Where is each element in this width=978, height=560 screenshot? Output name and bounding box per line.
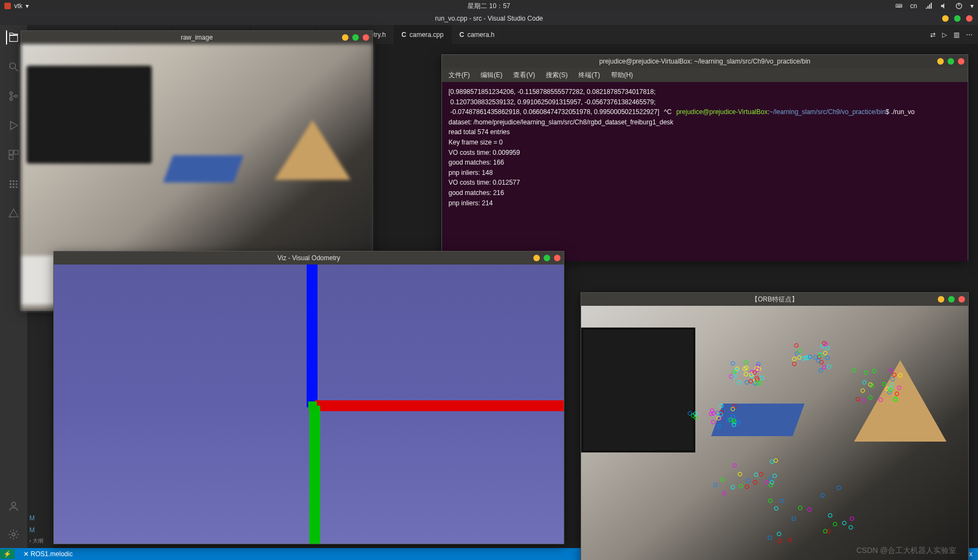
tab[interactable]: Ccamera.cpp bbox=[394, 25, 452, 44]
source-control-icon[interactable] bbox=[7, 89, 21, 103]
file-item[interactable]: M bbox=[29, 525, 50, 535]
svg-point-16 bbox=[10, 186, 12, 188]
outline-header[interactable]: › 大纲 bbox=[29, 537, 50, 545]
power-icon[interactable] bbox=[955, 2, 963, 10]
vscode-titlebar: run_vo.cpp - src - Visual Studio Code bbox=[0, 12, 978, 25]
close-button[interactable] bbox=[966, 15, 973, 22]
close-button[interactable] bbox=[363, 34, 369, 41]
prompt-user: prejudice@prejudice-VirtualBox bbox=[676, 108, 768, 116]
close-button[interactable] bbox=[958, 58, 964, 65]
maximize-button[interactable] bbox=[352, 34, 359, 41]
app-name[interactable]: vtk bbox=[14, 2, 22, 10]
network-icon[interactable] bbox=[925, 2, 932, 10]
menu-view[interactable]: 查看(V) bbox=[513, 71, 535, 80]
svg-point-6 bbox=[15, 95, 17, 98]
menu-edit[interactable]: 编辑(E) bbox=[481, 71, 502, 80]
menu-terminal[interactable]: 终端(T) bbox=[578, 71, 600, 80]
account-icon[interactable] bbox=[7, 499, 21, 513]
svg-point-18 bbox=[16, 186, 18, 188]
svg-point-11 bbox=[13, 180, 15, 183]
terminal-body[interactable]: [0.9898571851234206, -0.1158788555577282… bbox=[442, 82, 968, 261]
axis-x bbox=[315, 400, 564, 411]
gear-icon[interactable] bbox=[7, 527, 21, 542]
ros-icon[interactable] bbox=[7, 177, 21, 191]
axis-z bbox=[307, 265, 317, 407]
terminal-menu: 文件(F) 编辑(E) 查看(V) 搜索(S) 终端(T) 帮助(H) bbox=[442, 68, 968, 82]
close-button[interactable] bbox=[554, 255, 560, 261]
terminal-matrix: [0.9898571851234206, -0.1158788555577282… bbox=[448, 88, 659, 116]
keyboard-indicator[interactable]: ⌨ bbox=[895, 2, 902, 10]
minimize-button[interactable] bbox=[533, 255, 540, 261]
compare-icon[interactable]: ⇄ bbox=[930, 31, 936, 39]
explorer-icon[interactable] bbox=[6, 30, 20, 45]
svg-point-4 bbox=[10, 92, 13, 95]
svg-point-10 bbox=[10, 180, 12, 183]
svg-point-12 bbox=[16, 180, 18, 183]
extensions-icon[interactable] bbox=[7, 148, 21, 162]
app-icon bbox=[4, 3, 11, 9]
svg-rect-7 bbox=[9, 150, 13, 154]
more-icon[interactable]: ⋯ bbox=[966, 31, 973, 39]
menu-file[interactable]: 文件(F) bbox=[448, 71, 470, 80]
minimize-button[interactable] bbox=[937, 58, 944, 65]
svg-point-17 bbox=[13, 186, 15, 188]
ubuntu-topbar: vtk ▾ 星期二 10：57 ⌨ cn ▾ bbox=[0, 0, 978, 12]
watermark: CSDN @合工大机器人实验室 bbox=[856, 546, 956, 556]
svg-point-5 bbox=[10, 98, 13, 100]
split-icon[interactable]: ▥ bbox=[954, 31, 960, 39]
orb-canvas bbox=[581, 306, 968, 560]
svg-rect-8 bbox=[14, 150, 18, 154]
ros-status[interactable]: ✕ ROS1.melodic bbox=[23, 550, 73, 558]
window-title: prejudice@prejudice-VirtualBox: ~/learni… bbox=[599, 58, 811, 65]
orb-window: 【ORB特征点】 bbox=[581, 292, 969, 560]
window-title: 【ORB特征点】 bbox=[751, 295, 798, 304]
minimize-button[interactable] bbox=[942, 15, 949, 22]
svg-point-19 bbox=[11, 502, 15, 506]
maximize-button[interactable] bbox=[954, 15, 961, 22]
maximize-button[interactable] bbox=[948, 58, 954, 65]
maximize-button[interactable] bbox=[544, 255, 550, 261]
svg-point-20 bbox=[12, 533, 15, 536]
viz-window: Viz - Visual Odometry bbox=[53, 251, 564, 544]
terminal-window: prejudice@prejudice-VirtualBox: ~/learni… bbox=[441, 54, 968, 261]
clock[interactable]: 星期二 10：57 bbox=[468, 2, 510, 11]
prompt-path: ~/learning_slam/src/Ch9/vo_practice/bin bbox=[769, 108, 886, 116]
search-icon[interactable] bbox=[7, 60, 21, 74]
svg-point-13 bbox=[10, 183, 12, 185]
origin bbox=[308, 401, 317, 410]
ctrl-c: ^C bbox=[664, 108, 671, 116]
viz-canvas[interactable] bbox=[54, 265, 564, 544]
cmake-icon[interactable] bbox=[7, 206, 21, 221]
file-item[interactable]: M bbox=[29, 513, 50, 523]
tab[interactable]: Ccamera.h bbox=[452, 25, 503, 44]
svg-point-15 bbox=[16, 183, 18, 185]
window-title: Viz - Visual Odometry bbox=[277, 254, 340, 262]
input-lang[interactable]: cn bbox=[910, 2, 917, 10]
menu-search[interactable]: 搜索(S) bbox=[546, 71, 568, 80]
run-icon[interactable]: ▷ bbox=[942, 31, 947, 39]
system-menu-icon[interactable]: ▾ bbox=[970, 2, 974, 10]
close-button[interactable] bbox=[958, 296, 965, 303]
debug-icon[interactable] bbox=[7, 118, 21, 133]
svg-point-14 bbox=[13, 183, 15, 185]
vscode-title-text: run_vo.cpp - src - Visual Studio Code bbox=[435, 15, 543, 22]
axis-y bbox=[309, 406, 320, 544]
menu-help[interactable]: 帮助(H) bbox=[611, 71, 633, 80]
svg-point-2 bbox=[10, 63, 16, 69]
terminal-output: dataset: /home/prejudice/learning_slam/s… bbox=[448, 118, 674, 207]
dropdown-icon: ▾ bbox=[26, 2, 29, 10]
command: ./run_vo bbox=[891, 108, 914, 116]
svg-line-3 bbox=[15, 68, 18, 72]
volume-icon[interactable] bbox=[940, 2, 948, 10]
maximize-button[interactable] bbox=[948, 296, 955, 303]
minimize-button[interactable] bbox=[938, 296, 944, 303]
keypoints bbox=[581, 306, 968, 560]
remote-indicator[interactable]: ⚡ bbox=[0, 549, 15, 559]
minimize-button[interactable] bbox=[342, 34, 348, 41]
svg-rect-9 bbox=[9, 155, 13, 159]
window-title: raw_image bbox=[181, 34, 213, 41]
